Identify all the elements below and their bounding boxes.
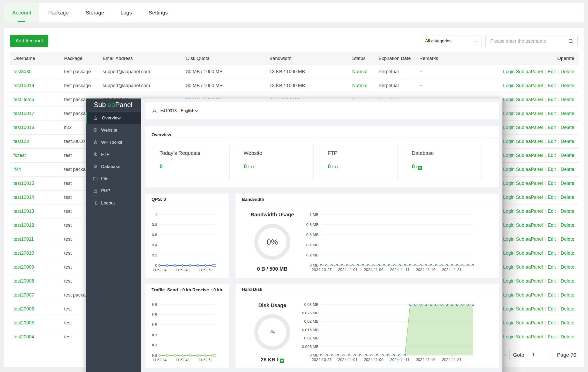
svg-text:11:52:43: 11:52:43 [176, 268, 190, 272]
svg-text:KB: KB [152, 333, 157, 337]
svg-text:0.4: 0.4 [152, 243, 157, 247]
svg-text:2024-11-01: 2024-11-01 [338, 357, 358, 362]
svg-text:2024-11-06: 2024-11-06 [364, 267, 383, 272]
svg-text:0: 0 [155, 263, 157, 268]
svg-text:11:52:52: 11:52:52 [199, 358, 213, 362]
svg-text:0 MB: 0 MB [310, 353, 319, 357]
svg-text:2024-11-11: 2024-11-11 [390, 267, 410, 272]
svg-text:0.02 MB: 0.02 MB [304, 319, 319, 323]
svg-text:0.8 MB: 0.8 MB [306, 222, 319, 227]
svg-text:0.2: 0.2 [152, 253, 157, 257]
svg-text:1 MB: 1 MB [310, 212, 319, 217]
svg-text:11:52:34: 11:52:34 [153, 268, 167, 272]
svg-text:2024-11-01: 2024-11-01 [338, 267, 358, 272]
svg-text:11:52:52: 11:52:52 [199, 268, 213, 272]
svg-text:KB: KB [152, 302, 157, 307]
svg-text:2024-10-27: 2024-10-27 [312, 267, 332, 272]
svg-text:KB: KB [152, 353, 157, 358]
svg-text:0.6 MB: 0.6 MB [306, 232, 319, 237]
svg-text:2024-11-21: 2024-11-21 [442, 357, 462, 362]
svg-text:0.6: 0.6 [152, 232, 157, 237]
svg-text:0.2 MB: 0.2 MB [306, 253, 319, 257]
svg-text:0.01 MB: 0.01 MB [304, 336, 319, 340]
svg-text:11:52:34: 11:52:34 [153, 358, 167, 362]
svg-text:KB: KB [152, 322, 157, 327]
svg-text:2024-10-27: 2024-10-27 [312, 357, 332, 362]
svg-text:0.8: 0.8 [152, 222, 157, 227]
svg-text:KB: KB [152, 312, 157, 317]
svg-text:2024-11-11: 2024-11-11 [390, 357, 410, 362]
svg-text:2024-11-16: 2024-11-16 [416, 267, 435, 272]
svg-text:2024-11-06: 2024-11-06 [364, 357, 383, 362]
svg-text:0 MB: 0 MB [310, 263, 319, 267]
svg-text:11:52:43: 11:52:43 [176, 358, 190, 362]
svg-text:2024-11-16: 2024-11-16 [416, 357, 435, 362]
svg-text:0.4 MB: 0.4 MB [306, 243, 319, 247]
svg-text:0.03 MB: 0.03 MB [304, 302, 319, 307]
svg-text:0.005 MB: 0.005 MB [302, 344, 319, 349]
svg-text:0.025 MB: 0.025 MB [302, 311, 319, 315]
svg-text:KB: KB [152, 343, 157, 347]
svg-text:2024-11-21: 2024-11-21 [442, 267, 462, 272]
svg-text:0.015 MB: 0.015 MB [302, 328, 319, 332]
svg-text:1: 1 [155, 212, 157, 217]
